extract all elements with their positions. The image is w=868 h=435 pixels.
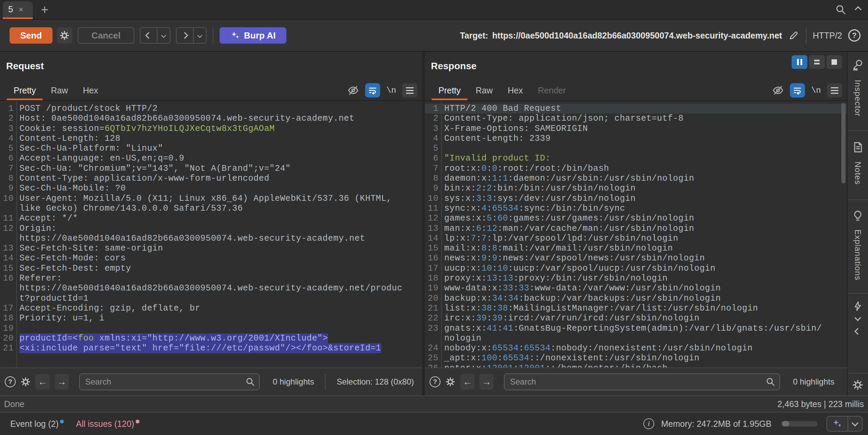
code-text[interactable]: games:x:5:60:games:/usr/games:/usr/sbin/… (444, 213, 694, 223)
code-line[interactable]: 20productId=<foo xmlns:xi="http://www.w3… (0, 333, 422, 343)
protocol-label[interactable]: HTTP/2 (813, 31, 842, 41)
code-line[interactable]: 24nobody:x:65534:65534:nobody:/nonexiste… (425, 343, 847, 353)
code-line[interactable]: 2Host: 0ae500d1040a16ad82b66a0300950074.… (0, 114, 422, 123)
search-settings-gear-icon[interactable] (445, 377, 455, 387)
response-editor[interactable]: 1HTTP/2 400 Bad Request2Content-Type: ap… (425, 101, 847, 368)
code-line[interactable]: 13Sec-Fetch-Site: same-origin (0, 243, 422, 253)
code-text[interactable]: backup:x:34:34:backup:/var/backups:/usr/… (444, 294, 721, 303)
code-text[interactable]: nologin (444, 333, 481, 343)
code-text[interactable]: HTTP/2 400 Bad Request (444, 104, 561, 114)
response-tab-hex[interactable]: Hex (500, 80, 530, 100)
code-text[interactable]: root:x:0:0:root:/root:/bin/bash (444, 164, 609, 174)
code-line[interactable]: https://0ae500d1040a16ad82b66a0300950074… (0, 234, 422, 243)
menu-icon[interactable] (402, 83, 417, 97)
prev-match-button[interactable]: ← (35, 374, 50, 390)
code-text[interactable]: man:x:6:12:man:/var/cache/man:/usr/sbin/… (444, 224, 694, 234)
code-line[interactable]: 17uucp:x:10:10:uucp:/var/spool/uucp:/usr… (425, 264, 847, 273)
code-line[interactable]: 18Priority: u=1, i (0, 313, 422, 323)
code-line[interactable]: 7Sec-Ch-Ua: "Chromium";v="143", "Not A(B… (0, 164, 422, 174)
code-text[interactable]: like Gecko) Chrome/143.0.0.0 Safari/537.… (19, 204, 243, 213)
code-line[interactable]: 21list:x:38:38:MailingListManager:/var/l… (425, 303, 847, 313)
code-text[interactable]: User-Agent: Mozilla/5.0 (X11; Linux x86_… (19, 194, 392, 204)
code-text[interactable]: _apt:x:100:65534::/nonexistent:/usr/sbin… (444, 353, 700, 363)
code-line[interactable]: 4Content-Length: 2339 (425, 134, 847, 144)
help-icon[interactable]: ? (430, 376, 440, 387)
request-editor[interactable]: 1POST /product/stock HTTP/22Host: 0ae500… (0, 101, 422, 368)
code-text[interactable]: Content-Type: application/x-www-form-url… (19, 174, 269, 183)
newline-toggle[interactable]: \n (386, 86, 396, 95)
chevron-down-icon[interactable] (848, 422, 862, 425)
code-text[interactable]: Sec-Ch-Ua-Platform: "Linux" (19, 144, 163, 153)
chevron-up-icon[interactable] (855, 6, 862, 13)
code-line[interactable]: 4Content-Length: 128 (0, 134, 422, 144)
code-line[interactable]: 1POST /product/stock HTTP/2 (0, 104, 422, 114)
code-line[interactable]: 3Cookie: session=6QTbIv7hzYHoILQJXeCqtw8… (0, 124, 422, 134)
code-text[interactable]: lp:x:7:7:lp:/var/spool/lpd:/usr/sbin/nol… (444, 234, 678, 243)
code-text[interactable]: bin:x:2:2:bin:/bin:/usr/sbin/nologin (444, 183, 636, 193)
request-tab-pretty[interactable]: Pretty (6, 80, 43, 100)
code-text[interactable]: https://0ae500d1040a16ad82b66a0300950074… (19, 283, 402, 293)
code-text[interactable]: Sec-Fetch-Dest: empty (19, 264, 131, 273)
code-text[interactable]: mail:x:8:8:mail:/var/mail:/usr/sbin/nolo… (444, 243, 673, 253)
code-text[interactable]: gnats:x:41:41:GnatsBug-ReportingSystem(a… (444, 324, 822, 333)
code-text[interactable]: Origin: (19, 224, 57, 234)
code-line[interactable]: 19 (0, 324, 422, 333)
code-line[interactable]: 7root:x:0:0:root:/root:/bin/bash (425, 164, 847, 174)
response-tab-render[interactable]: Render (530, 80, 573, 100)
stop-icon-button[interactable] (826, 55, 842, 69)
code-text[interactable]: Referer: (19, 273, 62, 283)
code-text[interactable]: Accept-Encoding: gzip, deflate, br (19, 303, 200, 313)
burp-ai-button[interactable]: Burp AI (220, 27, 286, 44)
code-text[interactable]: Content-Length: 2339 (444, 134, 551, 144)
code-line[interactable]: 12Origin: (0, 224, 422, 234)
eye-off-icon[interactable] (772, 85, 784, 96)
code-line[interactable]: 15Sec-Fetch-Dest: empty (0, 264, 422, 273)
help-icon[interactable]: ? (5, 376, 16, 387)
code-line[interactable]: 14Sec-Fetch-Mode: cors (0, 253, 422, 263)
code-text[interactable]: www-data:x:33:33:www-data:/var/www:/usr/… (444, 283, 721, 293)
code-text[interactable]: Cookie: session=6QTbIv7hzYHoILQJXeCqtw8x… (19, 124, 275, 134)
code-line[interactable]: 2Content-Type: application/json; charset… (425, 114, 847, 123)
word-wrap-icon[interactable] (790, 83, 805, 97)
collapse-chevron-left-icon[interactable] (854, 328, 861, 335)
code-line[interactable]: 6Accept-Language: en-US,en;q=0.9 (0, 153, 422, 163)
code-text[interactable]: Sec-Fetch-Site: same-origin (19, 243, 163, 253)
code-line[interactable]: 16news:x:9:9:news:/var/spool/news:/usr/s… (425, 253, 847, 263)
pause-icon-button[interactable] (792, 55, 807, 69)
code-text[interactable]: daemon:x:1:1:daemon:/usr/sbin:/usr/sbin/… (444, 174, 694, 183)
code-text[interactable]: "Invalid product ID: (444, 153, 551, 163)
code-line[interactable]: 26peter:x:12001:12001::/home/peter:/bin/… (425, 363, 847, 368)
lightbulb-icon[interactable] (852, 210, 864, 222)
search-icon[interactable] (835, 4, 846, 15)
code-line[interactable]: 10sys:x:3:3:sys:/dev:/usr/sbin/nologin (425, 194, 847, 204)
cancel-button[interactable]: Cancel (78, 27, 134, 44)
search-settings-gear-icon[interactable] (20, 377, 31, 387)
code-line[interactable]: 19www-data:x:33:33:www-data:/var/www:/us… (425, 283, 847, 293)
code-line[interactable]: 23gnats:x:41:41:GnatsBug-ReportingSystem… (425, 324, 847, 333)
sidebar-tab-inspector[interactable]: Inspector (853, 80, 863, 117)
code-line[interactable]: 15mail:x:8:8:mail:/var/mail:/usr/sbin/no… (425, 243, 847, 253)
event-log-button[interactable]: Event log (2) (10, 419, 64, 429)
back-dropdown[interactable] (158, 28, 170, 43)
code-text[interactable]: productId=<foo xmlns:xi="http://www.w3.o… (19, 333, 328, 343)
code-text[interactable]: list:x:38:38:MailingListManager:/var/lis… (444, 303, 758, 313)
next-match-button[interactable]: → (479, 374, 494, 390)
code-line[interactable]: https://0ae500d1040a16ad82b66a0300950074… (0, 283, 422, 293)
code-line[interactable]: 3X-Frame-Options: SAMEORIGIN (425, 124, 847, 134)
response-tab-pretty[interactable]: Pretty (431, 80, 468, 100)
code-text[interactable]: t?productId=1 (19, 294, 89, 303)
code-line[interactable]: 17Accept-Encoding: gzip, deflate, br (0, 303, 422, 313)
notes-icon[interactable] (852, 141, 864, 153)
request-tab-hex[interactable]: Hex (75, 80, 105, 100)
code-text[interactable]: Accept-Language: en-US,en;q=0.9 (19, 153, 184, 163)
tab-close-icon[interactable]: × (18, 5, 23, 14)
response-tab-raw[interactable]: Raw (468, 80, 500, 100)
ai-menu-button[interactable] (826, 416, 863, 432)
all-issues-button[interactable]: All issues (120) (76, 419, 139, 429)
code-line[interactable]: 8Content-Type: application/x-www-form-ur… (0, 174, 422, 183)
code-line[interactable]: 6"Invalid product ID: (425, 153, 847, 163)
lightning-icon[interactable] (852, 300, 864, 312)
code-text[interactable]: Content-Type: application/json; charset=… (444, 114, 684, 123)
code-text[interactable]: <xi:include parse="text" href="file:///e… (19, 343, 381, 353)
info-icon[interactable]: i (643, 418, 654, 429)
